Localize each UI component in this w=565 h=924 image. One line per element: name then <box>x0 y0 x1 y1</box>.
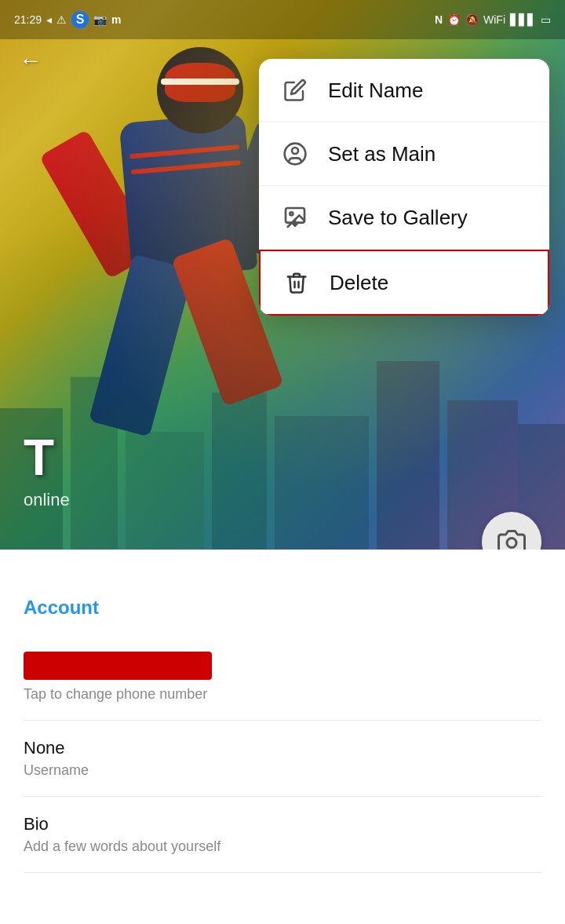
svg-point-1 <box>292 148 298 154</box>
bio-row[interactable]: Bio Add a few words about yourself <box>24 797 541 873</box>
username-label: Username <box>24 762 541 779</box>
status-left: 21:29 ◂ ⚠ S 📷 m <box>14 11 122 28</box>
navigation-icon: ◂ <box>46 13 52 26</box>
menu-item-edit-name[interactable]: Edit Name <box>259 59 549 122</box>
save-gallery-label: Save to Gallery <box>328 206 468 230</box>
svg-point-3 <box>290 212 293 215</box>
menu-item-set-main[interactable]: Set as Main <box>259 122 549 186</box>
screenshot-icon: 📷 <box>93 13 107 26</box>
phone-row[interactable]: Tap to change phone number <box>24 634 541 721</box>
m-icon: m <box>111 13 121 26</box>
set-main-label: Set as Main <box>328 142 436 166</box>
pencil-icon <box>281 76 309 104</box>
n-icon: N <box>435 13 443 26</box>
alert-icon: ⚠ <box>56 13 67 26</box>
svg-point-5 <box>507 539 516 548</box>
battery-icon: ▭ <box>541 13 551 26</box>
account-title: Account <box>24 597 541 619</box>
camera-icon <box>498 528 526 550</box>
mute-icon: 🔕 <box>465 13 479 26</box>
camera-plus-icon: + <box>523 546 532 550</box>
status-bar: 21:29 ◂ ⚠ S 📷 m N ⏰ 🔕 WiFi ▋▋▋ ▭ <box>0 0 565 39</box>
char-head <box>157 47 243 133</box>
char-leg-left <box>89 254 194 436</box>
menu-item-delete[interactable]: Delete <box>259 250 549 316</box>
account-section: Account Tap to change phone number None … <box>0 550 565 897</box>
wifi-icon: WiFi <box>483 13 505 26</box>
phone-change-label: Tap to change phone number <box>24 686 541 703</box>
status-time: 21:29 <box>14 13 42 26</box>
phone-redacted-bar <box>24 652 212 680</box>
image-download-icon <box>281 203 309 232</box>
person-circle-icon <box>281 140 309 168</box>
signal-icon: ▋▋▋ <box>510 13 536 26</box>
s-app-icon: S <box>71 11 89 28</box>
username-value: None <box>24 738 541 758</box>
context-menu: Edit Name Set as Main <box>259 59 549 316</box>
profile-status: online <box>24 490 70 510</box>
alarm-icon: ⏰ <box>447 13 461 26</box>
profile-initial: T <box>24 429 54 487</box>
trash-icon <box>282 268 311 297</box>
back-arrow-icon: ← <box>19 47 42 73</box>
username-row[interactable]: None Username <box>24 721 541 797</box>
hero-area: ← T online Edit Name Set <box>0 0 565 550</box>
status-right: N ⏰ 🔕 WiFi ▋▋▋ ▭ <box>435 13 551 26</box>
bio-value: Bio <box>24 814 541 835</box>
bio-hint-label: Add a few words about yourself <box>24 838 541 855</box>
back-button[interactable]: ← <box>19 47 42 74</box>
menu-item-save-gallery[interactable]: Save to Gallery <box>259 186 549 250</box>
edit-name-label: Edit Name <box>328 79 423 103</box>
delete-label: Delete <box>330 271 388 295</box>
